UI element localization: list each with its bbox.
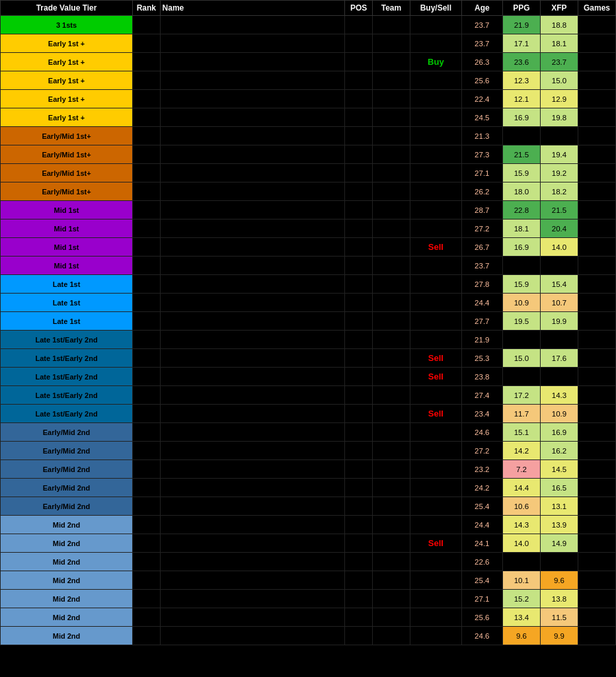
ppg-cell: 17.1: [502, 34, 540, 53]
buysell-cell: [410, 90, 461, 108]
ppg-cell: 13.4: [502, 608, 540, 627]
tier-cell: Mid 2nd: [1, 608, 133, 627]
name-cell: [160, 534, 345, 553]
games-cell: [578, 553, 615, 571]
team-cell: [372, 442, 410, 460]
buysell-cell: [410, 164, 461, 182]
tier-cell: Late 1st/Early 2nd: [1, 349, 133, 368]
games-cell: [578, 442, 615, 460]
buysell-cell: Sell: [410, 368, 461, 386]
age-cell: 26.7: [461, 238, 502, 257]
ppg-cell: [502, 368, 540, 386]
pos-cell: [345, 349, 372, 368]
ppg-cell: 21.9: [502, 16, 540, 34]
buysell-cell: [410, 497, 461, 516]
xfp-cell: 17.6: [540, 349, 578, 368]
xfp-cell: 14.5: [540, 460, 578, 479]
ppg-cell: 14.0: [502, 534, 540, 553]
age-cell: 24.1: [461, 534, 502, 553]
name-cell: [160, 108, 345, 127]
ppg-cell: 18.0: [502, 182, 540, 201]
header-buysell: Buy/Sell: [410, 1, 461, 16]
age-cell: 25.6: [461, 608, 502, 627]
table-row: Late 1st/Early 2nd27.417.214.3: [1, 386, 616, 405]
team-cell: [372, 571, 410, 590]
rank-cell: [133, 442, 160, 460]
name-cell: [160, 219, 345, 238]
name-cell: [160, 127, 345, 145]
table-row: Mid 2nd25.410.19.6: [1, 571, 616, 590]
team-cell: [372, 294, 410, 312]
age-cell: 27.7: [461, 312, 502, 331]
age-cell: 23.2: [461, 460, 502, 479]
tier-cell: Late 1st/Early 2nd: [1, 368, 133, 386]
xfp-cell: 18.1: [540, 34, 578, 53]
rank-cell: [133, 312, 160, 331]
header-age: Age: [461, 1, 502, 16]
xfp-cell: 19.8: [540, 108, 578, 127]
xfp-cell: 19.2: [540, 164, 578, 182]
pos-cell: [345, 553, 372, 571]
ppg-cell: 10.1: [502, 571, 540, 590]
name-cell: [160, 16, 345, 34]
name-cell: [160, 257, 345, 275]
pos-cell: [345, 627, 372, 645]
name-cell: [160, 145, 345, 164]
pos-cell: [345, 460, 372, 479]
ppg-cell: 18.1: [502, 219, 540, 238]
games-cell: [578, 405, 615, 423]
xfp-cell: 16.5: [540, 479, 578, 497]
rank-cell: [133, 405, 160, 423]
xfp-cell: [540, 127, 578, 145]
tier-cell: Mid 1st: [1, 201, 133, 219]
table-row: Mid 1stSell26.716.914.0: [1, 238, 616, 257]
table-row: Late 1st/Early 2nd21.9: [1, 331, 616, 349]
table-row: Early/Mid 1st+27.321.519.4: [1, 145, 616, 164]
tier-cell: Late 1st/Early 2nd: [1, 331, 133, 349]
main-table-container: Trade Value Tier Rank Name POS Team Buy/…: [0, 0, 616, 645]
name-cell: [160, 90, 345, 108]
rank-cell: [133, 331, 160, 349]
name-cell: [160, 331, 345, 349]
team-cell: [372, 627, 410, 645]
ppg-cell: [502, 331, 540, 349]
header-tier: Trade Value Tier: [1, 1, 133, 16]
rank-cell: [133, 553, 160, 571]
rank-cell: [133, 275, 160, 294]
ppg-cell: 14.2: [502, 442, 540, 460]
buysell-cell: [410, 219, 461, 238]
tier-cell: Mid 2nd: [1, 627, 133, 645]
rank-cell: [133, 219, 160, 238]
ppg-cell: 22.8: [502, 201, 540, 219]
tier-cell: Early 1st +: [1, 90, 133, 108]
buysell-cell: [410, 460, 461, 479]
header-name: Name: [160, 1, 345, 16]
xfp-cell: 10.9: [540, 405, 578, 423]
name-cell: [160, 368, 345, 386]
ppg-cell: 12.1: [502, 90, 540, 108]
table-row: Mid 2nd24.414.313.9: [1, 516, 616, 534]
pos-cell: [345, 608, 372, 627]
table-row: Late 1st/Early 2ndSell23.8: [1, 368, 616, 386]
team-cell: [372, 608, 410, 627]
team-cell: [372, 90, 410, 108]
rank-cell: [133, 571, 160, 590]
rank-cell: [133, 497, 160, 516]
tier-cell: Mid 2nd: [1, 553, 133, 571]
tier-cell: Late 1st/Early 2nd: [1, 405, 133, 423]
buysell-cell: [410, 201, 461, 219]
age-cell: 24.6: [461, 423, 502, 442]
ppg-cell: 16.9: [502, 108, 540, 127]
tier-cell: Mid 1st: [1, 257, 133, 275]
age-cell: 23.7: [461, 34, 502, 53]
team-cell: [372, 238, 410, 257]
games-cell: [578, 275, 615, 294]
name-cell: [160, 627, 345, 645]
ppg-cell: [502, 257, 540, 275]
age-cell: 23.8: [461, 368, 502, 386]
rank-cell: [133, 16, 160, 34]
ppg-cell: 9.6: [502, 627, 540, 645]
rank-cell: [133, 294, 160, 312]
buysell-cell: [410, 553, 461, 571]
trade-value-table: Trade Value Tier Rank Name POS Team Buy/…: [0, 0, 616, 645]
